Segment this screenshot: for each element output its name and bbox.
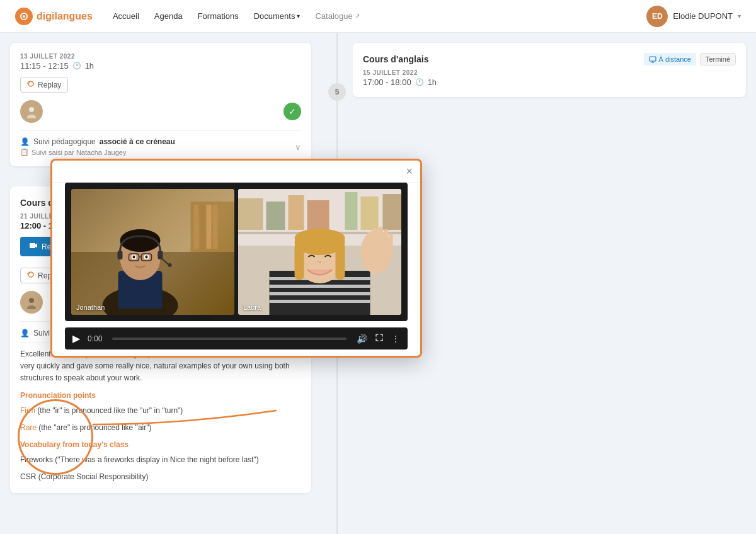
card2-header: Cours d'anglais À distance Terminé	[363, 53, 736, 65]
nav-documents[interactable]: Documents ▾	[254, 11, 301, 21]
session-card-1: 13 JUILLET 2022 11:15 - 12:15 🕐 1h	[10, 43, 311, 166]
svg-rect-12	[194, 205, 199, 249]
pronunciation-rare: Rare (the "are" is pronounced like "air"…	[20, 422, 301, 434]
svg-rect-27	[118, 251, 123, 259]
video-header: ×	[52, 161, 420, 183]
person-icon: 👤	[20, 137, 30, 146]
svg-rect-36	[345, 192, 358, 230]
check-icon: ✓	[284, 103, 301, 120]
video-modal: ×	[50, 159, 422, 358]
replay-button-1[interactable]: Replay	[20, 77, 68, 93]
participant-jonathan: Jonathan	[71, 189, 234, 315]
jonathan-illustration	[71, 189, 234, 315]
session1-time: 11:15 - 12:15 🕐 1h	[20, 61, 94, 71]
svg-point-29	[168, 263, 172, 267]
user-menu[interactable]: ED Elodie DUPONT ▾	[646, 6, 741, 27]
vocab-csr: CSR (Corporate Social Responsibility)	[20, 471, 301, 483]
svg-rect-15	[213, 205, 218, 249]
chevron-down-icon: ▾	[297, 13, 300, 20]
session2-date: 15 JUILLET 2022	[363, 69, 736, 76]
svg-point-3	[27, 115, 36, 118]
volume-button[interactable]: 🔊	[357, 334, 367, 344]
suivi-details: Excellent work today, Elodie! You graspe…	[20, 343, 301, 483]
tutor-avatar-3	[20, 291, 43, 314]
tutor-avatar-1	[20, 100, 43, 123]
logo-text: digilangues	[37, 11, 93, 22]
clock-icon: 🕐	[72, 62, 81, 70]
logo-icon	[15, 8, 33, 25]
pronunciation-firm: Firm (the "ir" is pronounced like the "u…	[20, 405, 301, 417]
fullscreen-icon	[375, 333, 384, 342]
svg-rect-52	[373, 228, 377, 248]
video-controls: ▶ 0:00 🔊 ⋮	[65, 327, 408, 349]
svg-rect-5	[30, 243, 35, 248]
jonathan-name: Jonathan	[76, 304, 105, 311]
nav-links: Accueil Agenda Formations Documents ▾ Ca…	[113, 11, 646, 21]
svg-rect-8	[650, 57, 656, 61]
vocab-fireworks: Fireworks ("There was a fireworks displa…	[20, 454, 301, 466]
svg-rect-38	[383, 194, 402, 230]
logo[interactable]: digilangues	[15, 8, 93, 25]
page-layout: 13 JUILLET 2022 11:15 - 12:15 🕐 1h	[0, 33, 756, 534]
svg-point-23	[146, 256, 148, 259]
nav-agenda[interactable]: Agenda	[154, 11, 183, 21]
video-container: Jonathan	[65, 183, 408, 321]
svg-point-2	[29, 107, 34, 112]
svg-rect-14	[207, 205, 212, 249]
chevron-down-suivi-1[interactable]: ∨	[295, 142, 301, 152]
svg-point-49	[295, 229, 345, 247]
time-display: 0:00	[88, 334, 102, 343]
person-icon-3: 👤	[20, 329, 30, 338]
nav-catalogue[interactable]: Catalogue ↗	[315, 11, 359, 21]
navbar: digilangues Accueil Agenda Formations Do…	[0, 0, 756, 33]
replay-icon-1	[27, 80, 35, 89]
svg-rect-44	[270, 300, 370, 303]
close-button[interactable]: ×	[406, 166, 413, 177]
svg-rect-34	[289, 195, 304, 230]
pronunciation-title: Pronunciation points	[20, 391, 301, 400]
more-options-button[interactable]: ⋮	[391, 334, 400, 344]
suivi-row-1: 👤 Suivi pédagogique associé à ce créneau…	[20, 130, 301, 156]
play-button[interactable]: ▶	[72, 332, 80, 344]
session2-card: Cours d'anglais À distance Terminé 15 JU…	[353, 43, 746, 97]
suivi-label-1: 👤 Suivi pédagogique associé à ce créneau	[20, 137, 175, 146]
svg-rect-35	[307, 200, 329, 230]
svg-rect-42	[270, 285, 370, 288]
video-wrapper: Jonathan	[52, 183, 420, 349]
svg-rect-43	[270, 292, 370, 295]
user-name: Elodie DUPONT	[673, 11, 733, 21]
svg-rect-13	[200, 205, 205, 249]
svg-point-6	[29, 298, 34, 303]
svg-rect-48	[336, 242, 345, 280]
suivi-saisie-1: 📋 Suivi saisi par Natacha Jaugey	[20, 148, 175, 156]
badge-status-2: Terminé	[700, 53, 736, 65]
participant-laura: Laura	[238, 189, 401, 315]
svg-rect-55	[389, 233, 393, 248]
svg-point-1	[23, 15, 25, 18]
svg-rect-47	[295, 242, 304, 280]
svg-rect-54	[384, 229, 389, 247]
timeline-dot-5: 5	[328, 83, 346, 101]
tutor-row-1: ✓	[20, 100, 301, 123]
clock-icon-2: 🕐	[415, 78, 424, 86]
camera-icon	[29, 241, 38, 252]
progress-bar[interactable]	[112, 338, 346, 340]
nav-accueil[interactable]: Accueil	[113, 11, 139, 21]
laura-name: Laura	[243, 304, 261, 311]
user-dropdown-icon: ▾	[738, 13, 741, 20]
fullscreen-button[interactable]	[375, 333, 384, 344]
svg-rect-37	[361, 196, 379, 230]
external-link-icon: ↗	[355, 13, 360, 20]
svg-point-22	[133, 256, 135, 259]
svg-point-7	[27, 305, 36, 309]
avatar: ED	[646, 6, 668, 27]
monitor-icon-2	[649, 55, 656, 63]
svg-rect-32	[238, 198, 263, 230]
nav-formations[interactable]: Formations	[198, 11, 239, 21]
session2-badges: À distance Terminé	[644, 53, 736, 65]
svg-rect-51	[367, 232, 372, 249]
video-participants: Jonathan	[71, 189, 401, 315]
badge-adistance-2: À distance	[644, 53, 696, 65]
file-icon: 📋	[20, 148, 29, 156]
laura-illustration	[238, 189, 401, 315]
